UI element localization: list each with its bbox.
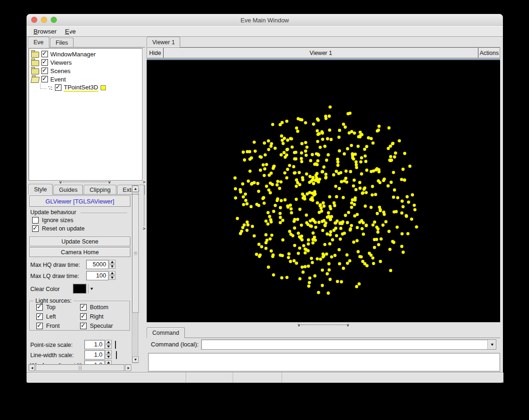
tab-guides[interactable]: Guides (54, 185, 83, 195)
status-cell (282, 373, 503, 383)
scroll-down-button[interactable] (132, 357, 139, 363)
update-scene-button[interactable]: Update Scene (29, 237, 130, 246)
point-size-value[interactable]: 1.0 (84, 340, 105, 349)
light-right-checkbox[interactable] (80, 313, 87, 320)
combo-dropdown-button[interactable] (488, 340, 496, 349)
gl-viewport[interactable] (147, 60, 500, 322)
scrollbar-thumb[interactable] (36, 365, 124, 371)
reset-on-update-row: Reset on update (32, 225, 85, 232)
menu-browser[interactable]: Browser (29, 27, 61, 36)
spin-up-button[interactable] (109, 271, 115, 275)
clear-color-select (73, 284, 95, 293)
scroll-right-button[interactable] (125, 365, 131, 371)
command-tab-row: Command (147, 328, 500, 338)
tree-checkbox[interactable] (55, 84, 61, 91)
tree-checkbox[interactable] (41, 68, 48, 74)
tab-extras[interactable]: Extras (117, 185, 145, 195)
viewer-tab-row: Viewer 1 (147, 37, 500, 47)
tree-editor-splitter[interactable]: v v (28, 180, 142, 184)
tree-item-scenes[interactable]: Scenes (29, 67, 142, 75)
tree-item-viewers[interactable]: Viewers (29, 58, 142, 67)
tab-command[interactable]: Command (147, 327, 185, 338)
glviewer-title-button[interactable]: GLViewer [TGLSAViewer] (29, 196, 130, 207)
line-width-spinner: 1.0 (84, 350, 112, 359)
editor-vertical-scrollbar[interactable] (132, 185, 138, 363)
tab-eve[interactable]: Eve (28, 37, 49, 47)
tree-checkbox[interactable] (41, 76, 48, 82)
folder-icon (31, 60, 39, 66)
clear-color-label: Clear Color (30, 286, 60, 292)
light-top-checkbox[interactable] (36, 304, 43, 311)
max-hq-label: Max HQ draw time: (30, 262, 80, 268)
minimize-window-icon[interactable] (41, 17, 47, 23)
menu-bar: Browser Eve (27, 26, 503, 37)
window-title: Eve Main Window (240, 17, 289, 24)
spin-up-button[interactable] (105, 360, 112, 364)
scrollbar-thumb[interactable] (132, 193, 139, 313)
spin-down-button[interactable] (109, 276, 115, 280)
clear-color-dropdown[interactable] (88, 284, 95, 293)
folder-icon (31, 68, 39, 75)
spin-up-button[interactable] (109, 260, 115, 264)
menu-eve[interactable]: Eve (61, 27, 80, 36)
hide-button[interactable]: Hide (147, 47, 163, 58)
light-left-checkbox[interactable] (36, 313, 43, 320)
actions-button[interactable]: Actions (478, 47, 500, 58)
tab-clipping[interactable]: Clipping (84, 185, 116, 195)
folder-icon (31, 52, 39, 58)
editor-horizontal-scrollbar[interactable] (28, 364, 131, 371)
light-front-checkbox[interactable] (36, 323, 43, 329)
scene-tree: WindowManager Viewers Scenes Event TPoin… (28, 48, 142, 181)
clear-color-swatch[interactable] (73, 284, 86, 293)
reset-on-update-checkbox[interactable] (32, 225, 39, 232)
line-width-extra-checkbox[interactable] (116, 351, 117, 359)
command-input[interactable] (202, 340, 488, 349)
light-specular-checkbox[interactable] (80, 323, 87, 329)
close-window-icon[interactable] (31, 17, 37, 23)
tree-item-windowmanager[interactable]: WindowManager (29, 50, 142, 58)
status-cell (27, 373, 186, 383)
viewer-command-splitter[interactable]: v v (147, 323, 500, 327)
spin-down-button[interactable] (105, 345, 112, 349)
tab-files[interactable]: Files (50, 38, 74, 47)
eve-main-window: Eve Main Window Browser Eve Eve Files Wi… (27, 14, 503, 383)
maximize-window-icon[interactable] (51, 17, 57, 23)
max-hq-value[interactable]: 5000 (86, 260, 109, 269)
ignore-sizes-checkbox[interactable] (32, 217, 39, 224)
spin-down-button[interactable] (105, 355, 112, 359)
browser-tab-row: Eve Files (28, 37, 145, 47)
viewer-header-bar: Hide Viewer 1 Actions (147, 47, 500, 58)
command-combobox[interactable] (201, 339, 496, 350)
point-size-label: Point-size scale: (30, 342, 73, 348)
tree-checkbox[interactable] (41, 51, 48, 57)
spin-down-button[interactable] (109, 264, 115, 269)
tree-checkbox[interactable] (41, 59, 48, 66)
camera-home-button[interactable]: Camera Home (29, 247, 130, 257)
point-size-extra-checkbox[interactable] (115, 341, 116, 349)
update-behaviour-label: Update behaviour (30, 209, 76, 216)
wireframe-spinner: 1.0 (84, 360, 112, 364)
tree-item-tpointset3d[interactable]: TPointSet3D (29, 83, 142, 92)
wireframe-value[interactable]: 1.0 (84, 360, 105, 364)
tab-viewer-1[interactable]: Viewer 1 (147, 37, 180, 47)
line-width-label: Line-width scale: (30, 352, 74, 359)
scroll-up-button[interactable] (132, 186, 139, 192)
panel-splitter[interactable]: > > (142, 178, 146, 233)
spin-up-button[interactable] (105, 350, 112, 354)
tab-style[interactable]: Style (28, 184, 53, 195)
line-width-value[interactable]: 1.0 (84, 350, 105, 359)
folder-open-icon (31, 77, 40, 83)
item-color-swatch[interactable] (101, 85, 106, 90)
light-bottom-checkbox[interactable] (80, 304, 87, 311)
title-bar[interactable]: Eve Main Window (27, 14, 503, 27)
command-output[interactable] (148, 353, 500, 372)
command-local-label: Command (local): (151, 341, 199, 348)
tree-item-event[interactable]: Event (29, 75, 142, 83)
max-lq-spinner: 100 (86, 271, 115, 280)
light-sources-group: Light sources: Top Bottom Left Right Fro… (29, 301, 130, 331)
spin-up-button[interactable] (105, 340, 112, 344)
scroll-left-button[interactable] (29, 365, 35, 371)
max-lq-value[interactable]: 100 (86, 271, 109, 280)
point-cloud (147, 60, 500, 322)
viewer-title: Viewer 1 (163, 47, 478, 58)
